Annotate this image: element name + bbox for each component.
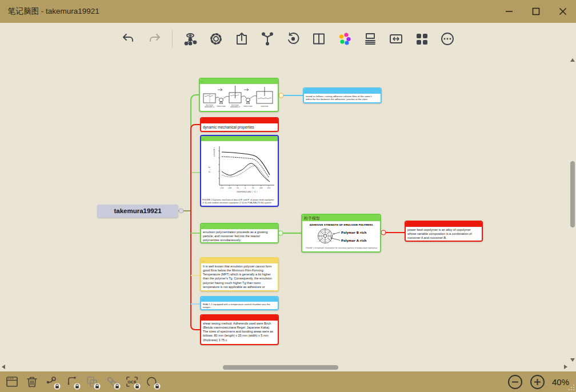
zoom-out-button[interactable] [507,374,523,390]
node-text: shear testing method. Adherends used wer… [203,322,276,342]
toolbar [0,23,576,55]
node-shear[interactable]: - shear testing method. Adherends used w… [200,314,279,345]
history-icon [286,31,301,46]
lock-icon [94,383,101,390]
resize-grip[interactable] [567,383,575,391]
svg-text:ADHESIVE STRENGTH OF EMULSION: ADHESIVE STRENGTH OF EMULSION POLYMERS [310,223,373,226]
dma-chart-image: -150 -100 -50 0 50 100 150 TEMPERATURE (… [202,142,277,197]
node-lock-button[interactable] [45,375,59,389]
add-node-button[interactable] [182,31,198,47]
node-header: - [201,297,278,302]
settings-button[interactable] [208,31,224,47]
more-button[interactable] [439,31,455,47]
svg-text:FIGURE 1 Schematic illustrati: FIGURE 1 Schematic illustration for stru… [306,247,378,249]
svg-text:0: 0 [245,187,246,189]
board-icon [5,375,19,389]
svg-text:Polymer B rich: Polymer B rich [341,231,367,235]
window-title: 笔记脑图 - takemura19921 [8,6,99,17]
link-lock-button[interactable] [105,375,119,389]
trash-icon [25,375,39,389]
node-header: ... [304,89,381,94]
svg-text:E′ , E″: E′ , E″ [208,166,211,173]
app-window: 笔记脑图 - takemura19921 [0,0,576,392]
lock-icon [114,383,121,390]
zoom-in-icon [530,374,545,390]
color-palette-icon [337,31,352,46]
node-flow-diagram[interactable]: - [199,78,279,112]
export-icon [234,31,249,46]
svg-text:TEMPERATURE ( °C ): TEMPERATURE ( °C ) [236,191,258,193]
undo-button[interactable] [121,31,137,47]
more-ellipsis-icon [440,31,455,46]
node-dynamic-mechanical[interactable]: - dynamic mechanical properties [200,117,279,132]
board-button[interactable] [5,375,19,389]
zoom-out-icon [507,374,523,390]
merge-button[interactable] [259,31,275,47]
process-flow-image: MIX TANK MONOMER A FEED PUMP MIX TANK MO… [201,85,277,111]
color-palette-button[interactable] [337,31,353,47]
titlebar: 笔记脑图 - takemura19921 [0,0,576,23]
node-rsa[interactable]: - RSA-C-1 equipped with a temperature co… [200,296,279,310]
split-view-icon [311,31,326,46]
layout-button[interactable] [362,31,378,47]
redo-button[interactable] [146,31,162,47]
connector-lines [0,55,576,371]
mindmap-canvas[interactable]: takemura19921 - [0,55,576,371]
scroll-up-arrow[interactable] [570,58,575,62]
node-header: 粒子模型 [302,215,380,221]
node-header: - [201,315,278,321]
horizontal-scrollbar[interactable] [0,364,569,371]
close-icon [558,7,567,16]
note-line: RSA-C-1 equipped with a temperature cont… [203,303,276,309]
maximize-button[interactable] [522,0,549,23]
minimize-button[interactable] [495,0,522,23]
scroll-left-arrow[interactable] [2,365,5,369]
lasso-lock-button[interactable] [145,375,159,389]
svg-text:Polymer A rich: Polymer A rich [341,239,367,243]
svg-text:MONOMER A: MONOMER A [205,106,214,108]
svg-text:-150: -150 [220,187,224,189]
split-view-button[interactable] [311,31,327,47]
note-line: ature from −150°C to 150°C, and the cros… [203,309,276,310]
delete-button[interactable] [25,375,39,389]
node-width-button[interactable] [388,31,404,47]
node-note-top[interactable]: ... tested as follows: casting adhesive … [303,87,382,103]
svg-text:50: 50 [252,187,254,189]
root-node[interactable]: takemura19921 [97,205,178,218]
scroll-down-arrow[interactable] [570,358,575,362]
svg-text:100: 100 [259,187,263,189]
copy-lock-button[interactable] [85,375,99,389]
ocr-lock-button[interactable]: OCR [125,375,139,389]
node-width-icon [389,31,403,46]
close-button[interactable] [549,0,576,23]
svg-text:FEED PUMP: FEED PUMP [243,105,253,107]
scroll-right-arrow[interactable] [564,365,567,369]
redo-icon [147,31,162,46]
node-emulsion[interactable]: - emulsion polymerization proceeds as a … [200,223,279,243]
grid-view-button[interactable] [414,31,430,47]
node-header: - [201,136,278,141]
layout-stack-icon [363,31,378,46]
node-particle-model[interactable]: 粒子模型 ADHESIVE STRENGTH OF EMULSION POLYM… [301,214,381,253]
window-controls [495,0,576,23]
zoom-in-button[interactable] [530,374,545,390]
vertical-scroll-thumb[interactable] [570,161,575,227]
node-power-feed[interactable]: - power feed copolymer is an alloy of co… [405,221,483,242]
svg-text:150: 150 [267,187,270,189]
vertical-scrollbar[interactable] [570,55,575,371]
lock-icon [74,383,81,390]
merge-branch-icon [260,31,275,46]
node-text: dynamic mechanical properties [203,125,276,130]
node-mft[interactable]: - It is well known that emulsion polymer… [200,257,279,291]
horizontal-scroll-thumb[interactable] [223,365,338,370]
node-text: power feed copolymer is an alloy of copo… [407,228,480,240]
node-header: - [201,118,278,123]
history-button[interactable] [285,31,301,47]
svg-text:(DYN/CM²): (DYN/CM²) [213,147,215,156]
node-text: It is well known that emulsion polymer c… [203,265,276,291]
figure-caption: FIGURE 2 Dynamic mechanical data of E′ a… [202,199,277,205]
export-button[interactable] [234,31,250,47]
svg-text:-100: -100 [227,187,231,189]
branch-lock-button[interactable] [65,375,79,389]
node-chart[interactable]: - -150 -100 - [200,135,279,207]
